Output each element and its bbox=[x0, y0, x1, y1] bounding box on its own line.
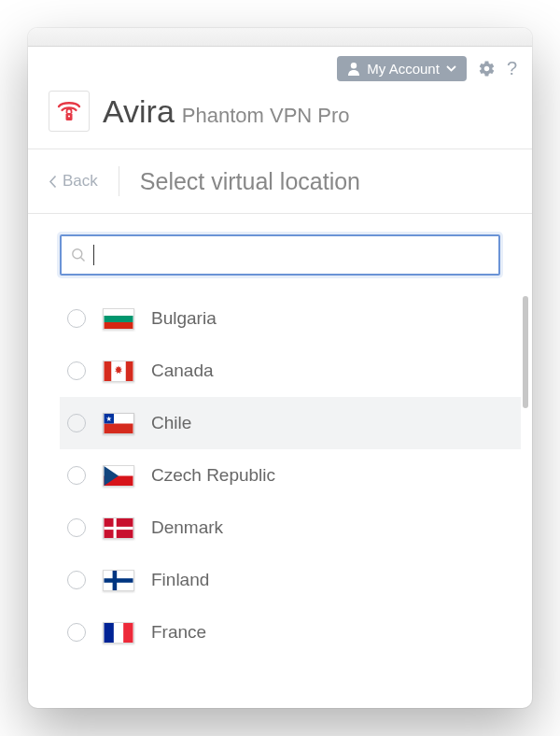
radio-button[interactable] bbox=[67, 623, 86, 642]
location-name: Bulgaria bbox=[151, 308, 217, 329]
location-item[interactable]: Bulgaria bbox=[60, 292, 521, 345]
back-button[interactable]: Back bbox=[49, 172, 98, 191]
search-icon bbox=[71, 248, 86, 262]
radio-button[interactable] bbox=[67, 571, 86, 589]
radio-button[interactable] bbox=[67, 309, 86, 328]
search-container bbox=[28, 214, 532, 285]
text-cursor bbox=[93, 245, 94, 265]
user-icon bbox=[347, 62, 360, 76]
svg-point-3 bbox=[73, 249, 82, 259]
location-name: Finland bbox=[151, 570, 209, 590]
location-list-container: BulgariaCanadaChileCzech RepublicDenmark… bbox=[28, 285, 532, 708]
avira-logo bbox=[49, 91, 90, 132]
flag-icon bbox=[103, 308, 134, 330]
location-list: BulgariaCanadaChileCzech RepublicDenmark… bbox=[28, 292, 532, 658]
scrollbar[interactable] bbox=[523, 296, 528, 697]
brand-header: Avira Phantom VPN Pro bbox=[28, 87, 532, 149]
location-item[interactable]: Chile bbox=[60, 397, 521, 449]
location-name: Czech Republic bbox=[151, 465, 275, 486]
window-titlebar bbox=[28, 28, 532, 47]
brand-name: Avira bbox=[103, 93, 175, 130]
chevron-down-icon bbox=[446, 65, 456, 72]
settings-button[interactable] bbox=[478, 60, 496, 78]
radio-button[interactable] bbox=[67, 518, 86, 537]
scrollbar-thumb[interactable] bbox=[523, 296, 528, 408]
subheader: Back Select virtual location bbox=[28, 149, 532, 214]
flag-icon bbox=[103, 413, 134, 434]
location-name: Chile bbox=[151, 413, 191, 433]
back-label: Back bbox=[63, 172, 98, 191]
location-item[interactable]: Finland bbox=[60, 554, 521, 606]
search-box[interactable] bbox=[60, 234, 500, 276]
search-input[interactable] bbox=[102, 247, 489, 263]
top-toolbar: My Account ? bbox=[28, 47, 532, 87]
location-item[interactable]: Czech Republic bbox=[60, 449, 521, 502]
chevron-left-icon bbox=[49, 175, 57, 189]
location-name: Denmark bbox=[151, 517, 223, 538]
page-title: Select virtual location bbox=[140, 168, 360, 195]
brand-text: Avira Phantom VPN Pro bbox=[103, 93, 350, 130]
gear-icon bbox=[478, 60, 496, 78]
radio-button[interactable] bbox=[67, 414, 86, 432]
flag-icon bbox=[103, 361, 134, 382]
radio-button[interactable] bbox=[67, 361, 86, 380]
location-item[interactable]: Denmark bbox=[60, 502, 521, 554]
divider bbox=[119, 166, 119, 196]
location-name: Canada bbox=[151, 361, 214, 381]
flag-icon bbox=[103, 517, 134, 539]
location-item[interactable]: Canada bbox=[60, 345, 521, 397]
wifi-lock-icon bbox=[55, 97, 83, 125]
flag-icon bbox=[103, 465, 134, 487]
flag-icon bbox=[103, 622, 134, 644]
location-item[interactable]: France bbox=[60, 606, 521, 658]
app-window: My Account ? Avira Phantom VPN Pro Back bbox=[28, 28, 532, 708]
svg-point-0 bbox=[351, 63, 357, 68]
my-account-label: My Account bbox=[367, 61, 440, 77]
brand-subtitle: Phantom VPN Pro bbox=[182, 104, 350, 128]
location-name: France bbox=[151, 622, 206, 643]
my-account-button[interactable]: My Account bbox=[337, 56, 467, 81]
help-button[interactable]: ? bbox=[507, 58, 517, 79]
radio-button[interactable] bbox=[67, 466, 86, 485]
svg-point-2 bbox=[68, 115, 70, 117]
flag-icon bbox=[103, 570, 134, 591]
